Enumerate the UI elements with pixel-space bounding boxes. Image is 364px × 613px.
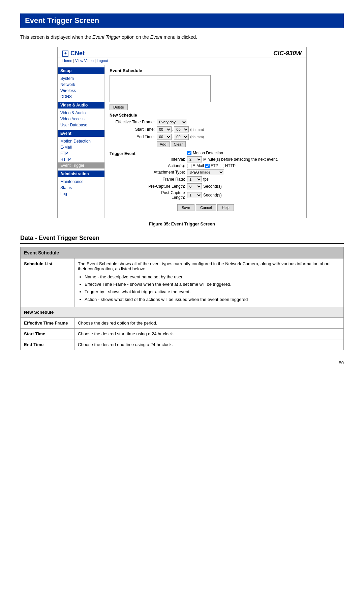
sidebar-item-video-access[interactable]: Video Access [58, 116, 104, 122]
actions-value: E-Mail FTP HTTP [187, 163, 236, 168]
event-schedule-section-header: Event Schedule [21, 247, 344, 258]
end-time-label: End Time: [110, 134, 157, 139]
attachment-type-value: JPEG Image [187, 169, 224, 175]
actions-row: Action(s): E-Mail FTP [147, 163, 302, 168]
effective-time-frame-row: Effective Time Frame: Every day [110, 119, 302, 125]
ftp-action-label: FTP [205, 163, 218, 168]
event-schedule-title: Event Schedule [110, 68, 302, 73]
effective-time-frame-label: Effective Time Frame: [110, 120, 157, 124]
sidebar-item-network[interactable]: Network [58, 82, 104, 88]
nav-view-video[interactable]: View Video [75, 59, 94, 63]
cancel-button[interactable]: Cancel [196, 204, 216, 211]
ftp-label: FTP [211, 163, 218, 168]
sidebar-item-maintenance[interactable]: Maintenance [58, 179, 104, 185]
cam-logo: ✦ CNet [62, 50, 85, 57]
pre-capture-row: Pre-Capture Length: 0 Second(s) [147, 183, 302, 189]
end-time-data-value: Choose the desired end time using a 24 h… [74, 339, 344, 350]
new-schedule-header-row: New Schedule [21, 307, 344, 317]
sidebar-item-status[interactable]: Status [58, 185, 104, 191]
motion-detection-row: Motion Detection [147, 151, 302, 155]
pre-capture-value: 0 Second(s) [187, 183, 222, 189]
email-checkbox[interactable] [187, 164, 191, 168]
start-time-data-value: Choose the desired start time using a 24… [74, 328, 344, 339]
save-button[interactable]: Save [177, 204, 194, 211]
bullet-3: Trigger by - shows what kind trigger act… [85, 289, 340, 295]
attachment-type-row: Attachment Type: JPEG Image [147, 169, 302, 175]
pre-capture-select[interactable]: 0 [187, 183, 202, 189]
data-section-title: Data - Event Trigger Screen [20, 235, 344, 244]
camera-ui-screenshot: ✦ CNet CIC-930W Home | View Video | Logo… [57, 47, 307, 218]
attachment-type-select[interactable]: JPEG Image [187, 169, 224, 175]
sidebar-item-http[interactable]: HTTP [58, 156, 104, 162]
schedule-list-row-value: The Event Schedule shows all of the even… [74, 258, 344, 307]
schedule-list-bullets: Name - the descriptive event name set by… [85, 274, 340, 303]
clear-button[interactable]: Clear [171, 141, 186, 147]
cam-sidebar: Setup System Network Wireless DDNS Video… [58, 65, 105, 218]
ftp-checkbox[interactable] [205, 164, 210, 168]
cam-nav: Home | View Video | Logout [58, 58, 306, 65]
cam-body: Setup System Network Wireless DDNS Video… [58, 65, 306, 218]
schedule-list-row-label: Schedule List [21, 258, 74, 307]
http-checkbox[interactable] [220, 164, 224, 168]
interval-suffix: Minute(s) before detecting the next even… [203, 157, 278, 162]
sidebar-item-email[interactable]: E-Mail [58, 144, 104, 150]
interval-select[interactable]: 2 [187, 156, 202, 162]
sidebar-item-event-trigger[interactable]: Event Trigger [58, 162, 104, 168]
post-capture-select[interactable]: 1 [187, 192, 202, 198]
bottom-buttons: Save Cancel Help [110, 204, 302, 214]
sidebar-item-ftp[interactable]: FTP [58, 150, 104, 156]
nav-home[interactable]: Home [62, 59, 72, 63]
sidebar-event-header: Event [58, 130, 104, 137]
trigger-event-section: Trigger Event Motion Detection Interval: [110, 151, 302, 201]
pre-capture-suffix: Second(s) [203, 184, 222, 189]
bullet-2: Effective Time Frame - shows when the ev… [85, 281, 340, 287]
actions-label: Action(s): [147, 163, 187, 168]
email-action-label: E-Mail [187, 163, 204, 168]
sidebar-item-video-audio[interactable]: Video & Audio [58, 110, 104, 116]
page-number: 50 [20, 360, 344, 365]
sidebar-item-log[interactable]: Log [58, 191, 104, 197]
start-time-label: Start Time: [110, 127, 157, 132]
start-time-hour-select[interactable]: 00 [157, 126, 172, 132]
sidebar-setup-header: Setup [58, 67, 104, 74]
frame-rate-row: Frame Rate: 1 fps [147, 176, 302, 182]
start-time-data-label: Start Time [21, 328, 74, 339]
sidebar-admin-header: Administration [58, 171, 104, 177]
sidebar-item-wireless[interactable]: Wireless [58, 88, 104, 94]
start-time-min-select[interactable]: 00 [174, 126, 189, 132]
end-time-data-label: End Time [21, 339, 74, 350]
interval-value: 2 Minute(s) before detecting the next ev… [187, 156, 278, 162]
data-table: Event Schedule Schedule List The Event S… [20, 247, 344, 350]
http-action-label: HTTP [220, 163, 236, 168]
sidebar-item-ddns[interactable]: DDNS [58, 94, 104, 100]
effective-time-frame-select[interactable]: Every day [157, 119, 187, 125]
figure-caption: Figure 35: Event Trigger Screen [20, 221, 344, 226]
sidebar-item-system[interactable]: System [58, 75, 104, 82]
start-time-data-row: Start Time Choose the desired start time… [21, 328, 344, 339]
cam-main-content: Event Schedule Delete New Schedule Effec… [105, 65, 306, 218]
cam-logo-text: CNet [70, 50, 85, 57]
bullet-1: Name - the descriptive event name set by… [85, 274, 340, 280]
post-capture-value: 1 Second(s) [187, 192, 222, 198]
nav-logout[interactable]: Logout [97, 59, 108, 63]
sidebar-video-header: Video & Audio [58, 102, 104, 109]
motion-detection-checkbox[interactable] [187, 151, 191, 155]
start-time-hint: (hh mm) [190, 127, 204, 131]
trigger-right-content: Motion Detection Interval: 2 Minute(s) b… [147, 151, 302, 201]
http-label: HTTP [225, 163, 236, 168]
end-time-min-select[interactable]: 00 [174, 134, 189, 140]
frame-rate-select[interactable]: 1 [187, 176, 202, 182]
delete-button[interactable]: Delete [110, 104, 128, 110]
cam-header: ✦ CNet CIC-930W [58, 47, 306, 58]
sidebar-item-user-database[interactable]: User Database [58, 122, 104, 128]
sidebar-item-motion-detection[interactable]: Motion Detection [58, 138, 104, 144]
page-title: Event Trigger Screen [20, 13, 344, 28]
end-time-hint: (hh mm) [190, 135, 204, 139]
add-button[interactable]: Add [157, 141, 170, 147]
new-schedule-section-header: New Schedule [21, 307, 344, 317]
post-capture-label: Post-Capture Length: [147, 190, 187, 200]
interval-row: Interval: 2 Minute(s) before detecting t… [147, 156, 302, 162]
help-button[interactable]: Help [217, 204, 234, 211]
end-time-hour-select[interactable]: 00 [157, 134, 172, 140]
cam-model: CIC-930W [273, 50, 302, 57]
